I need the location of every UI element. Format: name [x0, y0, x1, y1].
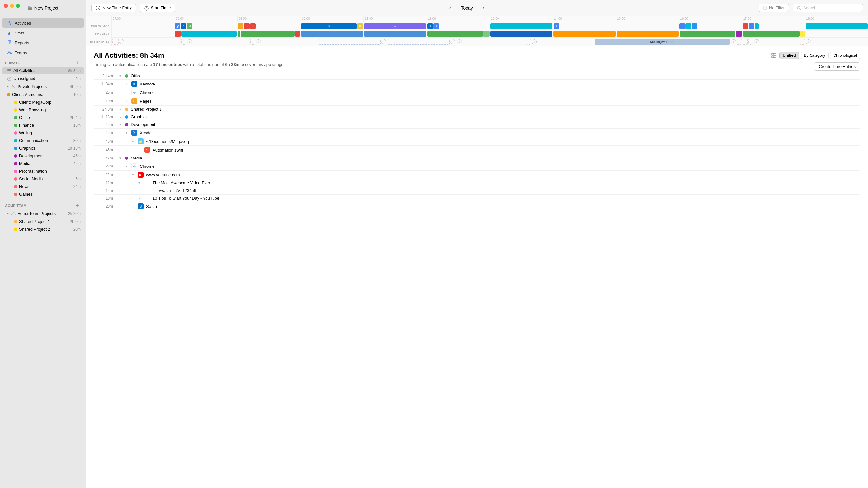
row-expand-toggle[interactable]: ▾	[131, 173, 135, 177]
create-time-entries-button[interactable]: Create Time Entries	[814, 62, 860, 71]
sidebar-client-item[interactable]: Office 2h 4m	[2, 114, 84, 121]
shared-project-item[interactable]: Shared Project 1 2h 0m	[2, 218, 84, 225]
hour-10: 10:00	[301, 16, 364, 22]
sidebar-client-item[interactable]: Procrastination	[2, 167, 84, 175]
traffic-light-green[interactable]	[16, 4, 20, 8]
sidebar-client-item[interactable]: News 24m	[2, 183, 84, 190]
search-box[interactable]: Search	[793, 3, 863, 12]
sidebar-client-item[interactable]: Social Media 6m	[2, 175, 84, 183]
nav-stats[interactable]: Stats	[2, 28, 84, 38]
svg-rect-36	[774, 56, 776, 58]
row-expand-toggle[interactable]: ▾	[118, 156, 123, 160]
hour-15: 15:00	[616, 16, 679, 22]
proj-block-red-9	[295, 31, 300, 37]
unified-view-button[interactable]: Unified	[779, 52, 799, 59]
te-dashed-10[interactable]	[319, 39, 381, 45]
dot-icon	[14, 170, 17, 173]
te-plus-9[interactable]: +	[256, 39, 261, 44]
nav-activities[interactable]: Activities	[2, 18, 84, 28]
row-expand-toggle[interactable]: ›	[137, 196, 142, 200]
by-category-view-button[interactable]: By Category	[801, 52, 829, 59]
row-expand-toggle[interactable]: ▾	[124, 164, 129, 168]
te-plus-12[interactable]: +	[457, 39, 462, 44]
prev-day-button[interactable]: ‹	[447, 4, 454, 12]
row-expand-toggle[interactable]: ›	[124, 82, 129, 86]
te-plus-13[interactable]: +	[532, 39, 537, 44]
sidebar-client-item[interactable]: Finance 15m	[2, 122, 84, 129]
te-plus-7[interactable]: +	[119, 39, 124, 44]
activity-row: 12m ▾ The Most Awesome Video Ever	[94, 179, 860, 187]
acme-team-projects-item[interactable]: ▾ Acme Team Projects 2h 20m	[2, 210, 84, 217]
next-day-button[interactable]: ›	[480, 4, 487, 12]
unassigned-item[interactable]: ? Unassigned 5m	[2, 75, 84, 82]
add-acme-button[interactable]: +	[75, 203, 81, 208]
sidebar-client-item[interactable]: Web Browsing	[2, 106, 84, 113]
proj-block-cyan-8	[181, 31, 237, 37]
chronological-view-button[interactable]: Chronological	[830, 52, 860, 59]
start-timer-button[interactable]: Start Timer	[140, 3, 176, 12]
te-dashed-16c[interactable]	[748, 39, 753, 45]
row-expand-toggle[interactable]: ›	[118, 107, 123, 111]
layout-icon	[771, 53, 777, 58]
app-block-chrome-1	[175, 23, 180, 29]
row-expand-toggle[interactable]: ›	[118, 115, 123, 119]
new-time-entry-button[interactable]: New Time Entry	[91, 3, 136, 12]
row-expand-toggle[interactable]: ›	[131, 204, 135, 208]
te-dashed-7a[interactable]	[112, 39, 119, 45]
svg-rect-35	[772, 56, 774, 58]
te-dashed-13[interactable]	[526, 39, 531, 45]
te-dashed-9a[interactable]	[250, 39, 255, 45]
row-expand-toggle[interactable]: ▾	[118, 123, 123, 127]
client-time: 10m	[73, 93, 81, 97]
hour-17: 17:00	[742, 16, 805, 22]
folder-icon	[27, 5, 33, 10]
sidebar-client-item[interactable]: Graphics 1h 13m	[2, 144, 84, 152]
row-expand-toggle[interactable]: ›	[124, 91, 129, 94]
te-plus-8[interactable]: +	[187, 39, 192, 44]
nav-reports[interactable]: Reports	[2, 38, 84, 47]
row-expand-toggle[interactable]: ▾	[118, 74, 123, 78]
expand-private-projects[interactable]: ▾	[7, 85, 9, 88]
te-plus-16[interactable]: +	[731, 39, 736, 44]
nav-teams[interactable]: Teams	[2, 48, 84, 57]
client-label: Client: Acme Inc.	[12, 92, 71, 97]
te-dashed-18[interactable]	[800, 39, 805, 45]
dot-icon	[14, 108, 17, 111]
svg-rect-12	[7, 70, 11, 71]
add-private-button[interactable]: +	[75, 60, 81, 65]
row-expand-toggle[interactable]: ›	[124, 99, 129, 103]
activities-icon	[7, 21, 12, 26]
private-projects-item[interactable]: ▾ Private Projects 6h 9m	[2, 83, 84, 90]
client-label: Office	[19, 115, 68, 120]
row-time: 2h 0m	[94, 107, 113, 111]
sidebar-client-item[interactable]: Communication 30m	[2, 137, 84, 144]
row-expand-toggle[interactable]: ▾	[131, 139, 135, 143]
traffic-light-red[interactable]	[4, 4, 8, 8]
meeting-with-tim-block[interactable]: Meeting with Tim	[595, 39, 730, 45]
proj-block-green-9a	[238, 31, 240, 37]
row-expand-toggle[interactable]: ▾	[137, 181, 142, 185]
te-dashed-8a[interactable]	[181, 39, 186, 45]
sidebar-client-item[interactable]: Writing	[2, 129, 84, 136]
sidebar-client-item[interactable]: Games	[2, 190, 84, 198]
expand-acme-team[interactable]: ▾	[7, 212, 9, 215]
te-dashed-11[interactable]	[388, 39, 450, 45]
sidebar-client-item[interactable]: Client: MegaCorp	[2, 99, 84, 106]
te-dashed-16a[interactable]	[737, 39, 742, 45]
te-plus-16b[interactable]: +	[754, 39, 759, 44]
shared-project-item[interactable]: Shared Project 2 20m	[2, 226, 84, 233]
no-filter-button[interactable]: No Filter	[758, 3, 789, 12]
te-plus-11[interactable]: +	[450, 39, 455, 44]
traffic-light-yellow[interactable]	[10, 4, 14, 8]
sidebar-client-item[interactable]: Media 42m	[2, 160, 84, 167]
all-activities-item[interactable]: All Activities 8h 34m	[2, 67, 84, 74]
start-timer-label: Start Timer	[151, 5, 172, 10]
row-expand-toggle[interactable]: ▾	[124, 131, 129, 135]
te-plus-18[interactable]: +	[806, 39, 811, 44]
sidebar-client-item[interactable]: Development 45m	[2, 152, 84, 160]
te-plus-10[interactable]: +	[381, 39, 386, 44]
te-dashed-16b[interactable]	[743, 39, 748, 45]
client-time: 6m	[75, 177, 81, 181]
svg-line-21	[98, 8, 99, 9]
sidebar-client-item[interactable]: Client: Acme Inc. 10m	[2, 91, 84, 98]
